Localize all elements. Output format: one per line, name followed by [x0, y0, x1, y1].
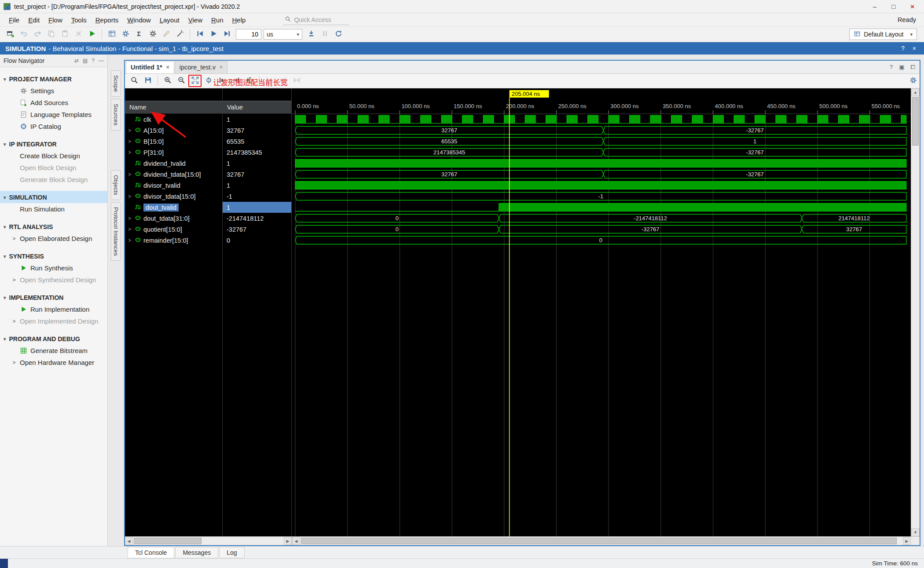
side-tab-objects[interactable]: Objects: [111, 170, 121, 200]
signal-row-b-15-0[interactable]: >B[15:0]: [125, 136, 222, 147]
relaunch-simulation-button[interactable]: [332, 28, 345, 40]
nav-item-open-hardware-manager[interactable]: >Open Hardware Manager: [0, 357, 107, 368]
zoom-fit-button[interactable]: [188, 75, 202, 87]
signal-value-a-15-0[interactable]: 32767: [223, 125, 291, 136]
signal-row-divisor-tvalid[interactable]: divisor_tvalid: [125, 180, 222, 191]
nav-item-run-synthesis[interactable]: Run Synthesis: [0, 262, 107, 274]
maximize-button[interactable]: □: [891, 3, 895, 10]
nav-item-generate-bitstream[interactable]: Generate Bitstream: [0, 345, 107, 357]
close-button[interactable]: ×: [910, 3, 914, 10]
side-tab-sources[interactable]: Sources: [111, 99, 121, 131]
editor-tab-ipcore-test-v[interactable]: ipcore_test.v×: [175, 61, 227, 73]
menu-reports[interactable]: Reports: [91, 15, 123, 25]
expand-chevron-icon[interactable]: >: [11, 318, 17, 324]
menu-window[interactable]: Window: [123, 15, 155, 25]
signal-row-quotient-15-0[interactable]: >quotient[15:0]: [125, 224, 222, 235]
step-button[interactable]: [304, 28, 318, 40]
runtime-unit-select[interactable]: us▾: [264, 29, 302, 40]
zoom-to-cursor-button[interactable]: [202, 75, 215, 87]
run-all-button[interactable]: [207, 28, 220, 40]
maximize-panel-icon[interactable]: ⧠: [911, 64, 915, 71]
expand-chevron-icon[interactable]: >: [127, 226, 132, 233]
menu-flow[interactable]: Flow: [44, 15, 67, 25]
scroll-right-arrow[interactable]: ▶: [284, 537, 292, 545]
canvas-scroll-track[interactable]: [300, 537, 903, 545]
expand-chevron-icon[interactable]: >: [127, 215, 132, 222]
canvas-scroll-thumb[interactable]: [301, 538, 897, 544]
expand-chevron-icon[interactable]: >: [127, 237, 132, 244]
flow-navigator-header-icon-3[interactable]: —: [99, 58, 104, 64]
signal-row-clk[interactable]: clk: [125, 114, 222, 125]
nav-section-synthesis[interactable]: ▾SYNTHESIS: [0, 250, 107, 262]
expand-chevron-icon[interactable]: >: [127, 149, 132, 156]
signal-value-divisor-tdata-15-0[interactable]: -1: [223, 191, 291, 202]
scroll-right-arrow[interactable]: ▶: [903, 537, 911, 545]
open-window-button[interactable]: [4, 28, 17, 40]
signal-value-remainder-15-0[interactable]: 0: [223, 235, 291, 246]
vertical-scrollbar[interactable]: ▲ ▼: [911, 88, 920, 536]
names-scroll-thumb[interactable]: [134, 538, 202, 544]
bottom-tab-tcl-console[interactable]: Tcl Console: [128, 547, 174, 558]
nav-section-project-manager[interactable]: ▾PROJECT MANAGER: [0, 73, 107, 85]
signal-value-b-15-0[interactable]: 65535: [223, 136, 291, 147]
signal-value-quotient-15-0[interactable]: -32767: [223, 224, 291, 235]
expand-chevron-icon[interactable]: >: [11, 360, 17, 366]
nav-item-create-block-design[interactable]: Create Block Design: [0, 150, 107, 162]
scroll-down-arrow[interactable]: ▼: [911, 528, 920, 536]
restart-simulation-button[interactable]: [193, 28, 206, 40]
nav-item-run-simulation[interactable]: Run Simulation: [0, 203, 107, 215]
signal-row-remainder-15-0[interactable]: >remainder[15:0]: [125, 235, 222, 246]
menu-file[interactable]: File: [4, 15, 24, 25]
go-to-next-transition-button[interactable]: [229, 75, 242, 87]
nav-section-program-and-debug[interactable]: ▾PROGRAM AND DEBUG: [0, 332, 107, 345]
menu-edit[interactable]: Edit: [24, 15, 44, 25]
value-column-header[interactable]: Value: [223, 101, 291, 114]
save-waveform-configuration-button[interactable]: [141, 75, 154, 87]
scroll-up-arrow[interactable]: ▲: [911, 88, 920, 96]
breakpoints-button[interactable]: [146, 28, 159, 40]
menu-view[interactable]: View: [184, 15, 207, 25]
add-marker-button[interactable]: [243, 75, 256, 87]
float-window-icon[interactable]: ▣: [899, 64, 904, 71]
nav-section-rtl-analysis[interactable]: ▾RTL ANALYSIS: [0, 220, 107, 233]
signal-value-dividend-tvalid[interactable]: 1: [223, 158, 291, 169]
menu-help[interactable]: Help: [228, 15, 250, 25]
signal-row-dividend-tdata-15-0[interactable]: >dividend_tdata[15:0]: [125, 169, 222, 180]
vertical-scroll-thumb[interactable]: [912, 97, 919, 146]
go-to-previous-transition-button[interactable]: [216, 75, 229, 87]
runtime-value-input[interactable]: [236, 29, 261, 40]
nav-section-ip-integrator[interactable]: ▾IP INTEGRATOR: [0, 138, 107, 150]
waveform-canvas[interactable]: 0.000 ns50.000 ns100.000 ns150.000 ns200…: [292, 88, 911, 536]
signal-row-dout-tvalid[interactable]: dout_tvalid: [125, 202, 222, 213]
simulation-settings-button[interactable]: [119, 28, 132, 40]
editor-tab-untitled-1[interactable]: Untitled 1*×: [126, 61, 174, 73]
name-column-header[interactable]: Name: [125, 101, 222, 114]
context-help-button[interactable]: ?: [901, 45, 905, 52]
nav-item-language-templates[interactable]: Language Templates: [0, 109, 107, 120]
menu-tools[interactable]: Tools: [67, 15, 91, 25]
run-for-button[interactable]: [220, 28, 234, 40]
vertical-scroll-track[interactable]: [911, 96, 920, 528]
layout-select[interactable]: Default Layout▾: [849, 29, 917, 40]
expand-chevron-icon[interactable]: >: [11, 277, 17, 283]
expand-chevron-icon[interactable]: >: [127, 171, 132, 178]
flow-navigator-header-icon-2[interactable]: ?: [92, 58, 95, 64]
menu-layout[interactable]: Layout: [155, 15, 184, 25]
minimize-button[interactable]: –: [873, 3, 876, 10]
wave-settings-button[interactable]: [906, 75, 920, 87]
signal-row-divisor-tdata-15-0[interactable]: >divisor_tdata[15:0]: [125, 191, 222, 202]
expand-chevron-icon[interactable]: >: [127, 193, 132, 200]
scroll-left-arrow[interactable]: ◀: [292, 537, 300, 545]
signal-value-dout-tdata-31-0[interactable]: -2147418112: [223, 213, 291, 224]
zoom-in-button[interactable]: [161, 75, 174, 87]
nav-section-implementation[interactable]: ▾IMPLEMENTATION: [0, 291, 107, 303]
signal-value-dout-tvalid[interactable]: 1: [223, 202, 291, 213]
bottom-tab-messages[interactable]: Messages: [175, 547, 218, 558]
context-close-button[interactable]: ×: [913, 45, 916, 52]
expand-chevron-icon[interactable]: >: [11, 236, 17, 242]
probe-button[interactable]: [173, 28, 187, 40]
flow-navigator-header-icon-1[interactable]: ▤: [83, 58, 88, 64]
signal-value-clk[interactable]: 1: [223, 114, 291, 125]
add-scope-button[interactable]: Σ: [132, 28, 146, 40]
nav-item-add-sources[interactable]: Add Sources: [0, 97, 107, 109]
